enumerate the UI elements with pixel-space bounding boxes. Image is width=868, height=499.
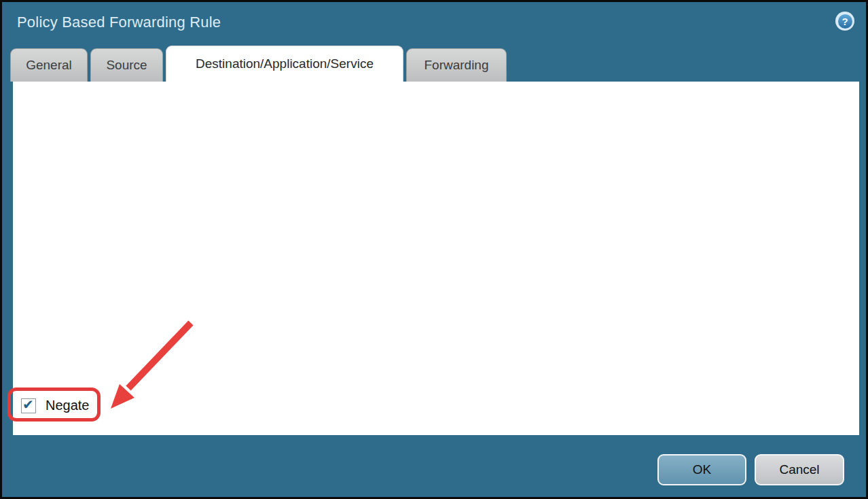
tab-general[interactable]: General bbox=[10, 48, 88, 82]
tab-general-label: General bbox=[26, 58, 72, 73]
tab-forwarding-label: Forwarding bbox=[424, 58, 488, 73]
cancel-button[interactable]: Cancel bbox=[755, 454, 844, 485]
tab-destination-label: Destination/Application/Service bbox=[196, 56, 374, 71]
tab-destination-application-service[interactable]: Destination/Application/Service bbox=[166, 46, 403, 82]
tab-source[interactable]: Source bbox=[90, 48, 163, 82]
ok-button-label: OK bbox=[693, 462, 711, 477]
tab-source-label: Source bbox=[106, 58, 147, 73]
dialog-title: Policy Based Forwarding Rule bbox=[17, 14, 221, 31]
negate-label: Negate bbox=[46, 398, 90, 413]
tab-content-area bbox=[13, 82, 859, 435]
negate-checkbox[interactable] bbox=[21, 398, 36, 413]
tab-forwarding[interactable]: Forwarding bbox=[406, 48, 507, 82]
help-icon[interactable]: ? bbox=[835, 12, 854, 31]
policy-based-forwarding-dialog: Policy Based Forwarding Rule ? General S… bbox=[0, 0, 868, 499]
negate-control: Negate bbox=[21, 398, 90, 413]
ok-button[interactable]: OK bbox=[657, 454, 746, 485]
cancel-button-label: Cancel bbox=[779, 462, 819, 477]
